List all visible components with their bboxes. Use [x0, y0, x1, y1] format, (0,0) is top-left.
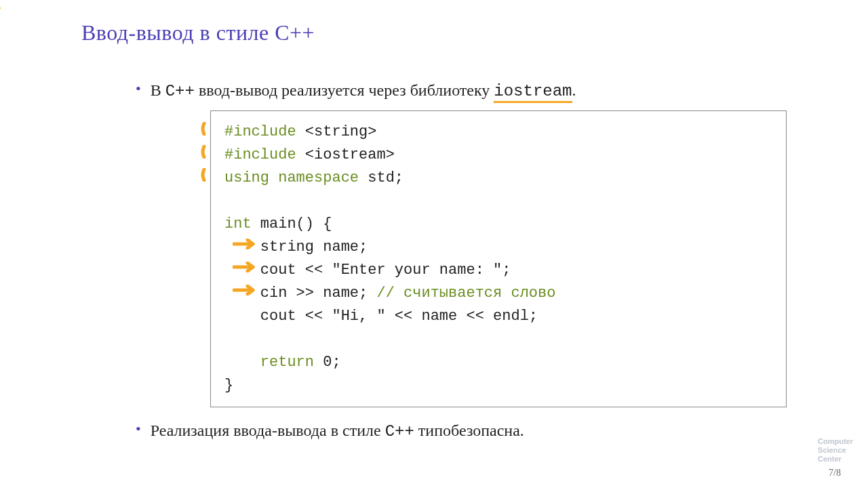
annotation-arrow-bullet1 — [0, 0, 4, 23]
page-number: 7/8 — [829, 468, 841, 479]
bullet-dot-icon: • — [136, 420, 141, 439]
page-title: Ввод-вывод в стиле C++ — [81, 20, 787, 45]
bullet-item-1: • В C++ ввод-вывод реализуется через биб… — [136, 79, 787, 102]
bullet-item-2: • Реализация ввода-вывода в стиле C++ ти… — [136, 420, 787, 443]
bullet-text-2: Реализация ввода-вывода в стиле C++ типо… — [151, 420, 524, 443]
annotation-tick-line3 — [199, 168, 210, 182]
annotation-tick-line2 — [199, 145, 210, 159]
logo-csc: Computer Science Center — [818, 437, 853, 464]
code-block: #include <string> #include <iostream> us… — [210, 110, 787, 407]
iostream-underline: iostream — [494, 82, 572, 103]
annotation-tick-line1 — [199, 122, 210, 136]
bullet-dot-icon: • — [136, 79, 141, 98]
bullet-text-1: В C++ ввод-вывод реализуется через библи… — [151, 79, 576, 102]
